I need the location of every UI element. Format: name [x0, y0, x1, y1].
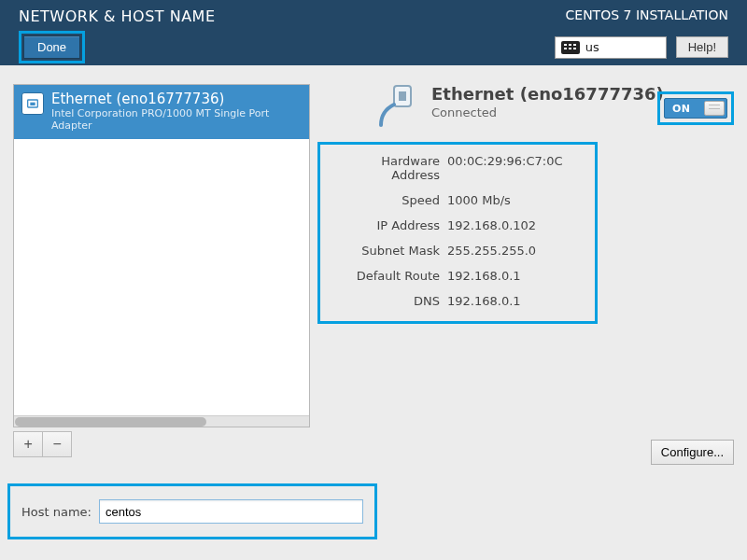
detail-value: 192.168.0.1 [447, 294, 563, 308]
interface-detail-panel: Ethernet (eno16777736) Connected ON Hard… [319, 84, 734, 457]
done-highlight: Done [19, 31, 85, 63]
interface-list-item[interactable]: Ethernet (eno16777736) Intel Corporation… [14, 85, 309, 139]
ethernet-icon [21, 92, 44, 115]
interface-detail-table: Hardware Address 00:0C:29:96:C7:0C Speed… [330, 154, 557, 308]
svg-rect-3 [399, 91, 406, 101]
detail-label: Hardware Address [330, 154, 440, 182]
detail-label: Default Route [330, 269, 440, 283]
keyboard-layout-text: us [585, 40, 599, 54]
interface-list-panel: Ethernet (eno16777736) Intel Corporation… [13, 84, 310, 457]
svg-rect-1 [30, 103, 35, 105]
interface-toggle-highlight: ON [657, 91, 734, 125]
interface-name: Ethernet (eno16777736) [51, 91, 302, 107]
detail-label: Subnet Mask [330, 244, 440, 258]
interface-detail-highlight: Hardware Address 00:0C:29:96:C7:0C Speed… [317, 142, 598, 324]
interface-detail-status: Connected [431, 105, 664, 119]
detail-value: 192.168.0.1 [447, 269, 563, 283]
interface-enable-toggle[interactable]: ON [664, 98, 727, 119]
interface-detail-title: Ethernet (eno16777736) [431, 84, 664, 104]
detail-value: 192.168.0.102 [447, 218, 563, 232]
remove-interface-button[interactable]: − [42, 432, 71, 456]
help-button[interactable]: Help! [676, 36, 728, 58]
network-plug-icon [375, 84, 420, 129]
page-title: NETWORK & HOST NAME [19, 7, 216, 25]
product-title: CENTOS 7 INSTALLATION [566, 7, 728, 22]
hostname-label: Host name: [21, 505, 92, 519]
toggle-handle [704, 101, 725, 116]
detail-value: 1000 Mb/s [447, 193, 563, 207]
keyboard-icon [561, 41, 580, 54]
detail-label: Speed [330, 193, 440, 207]
configure-button[interactable]: Configure... [651, 440, 734, 465]
hostname-highlight: Host name: [7, 483, 377, 539]
detail-label: DNS [330, 294, 440, 308]
detail-label: IP Address [330, 218, 440, 232]
add-interface-button[interactable]: + [14, 432, 42, 456]
done-button[interactable]: Done [23, 35, 80, 59]
detail-value: 00:0C:29:96:C7:0C [447, 154, 563, 182]
header-bar: NETWORK & HOST NAME CENTOS 7 INSTALLATIO… [0, 0, 747, 65]
hostname-input[interactable] [99, 499, 363, 524]
detail-value: 255.255.255.0 [447, 244, 563, 258]
interface-list-scrollbar[interactable] [14, 415, 309, 427]
interface-list[interactable]: Ethernet (eno16777736) Intel Corporation… [13, 84, 310, 427]
interface-device: Intel Corporation PRO/1000 MT Single Por… [51, 107, 302, 132]
interface-list-toolbar: + − [13, 431, 72, 457]
toggle-state-label: ON [665, 103, 691, 115]
keyboard-layout-indicator[interactable]: us [555, 36, 667, 59]
